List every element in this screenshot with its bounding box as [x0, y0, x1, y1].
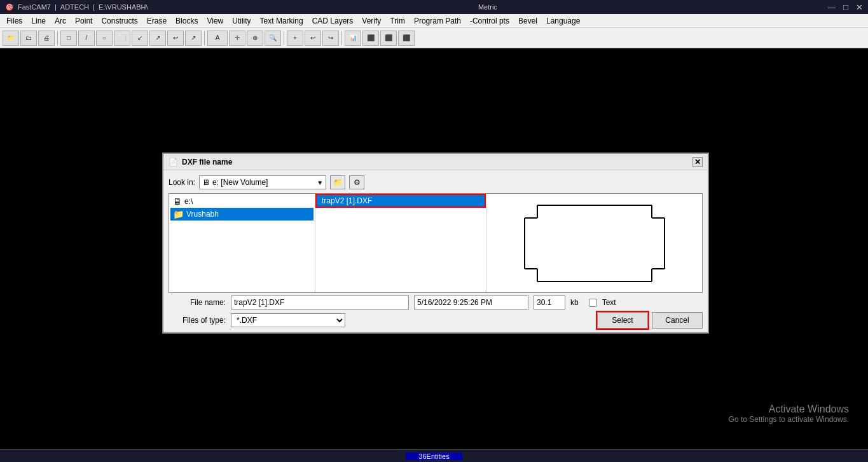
- menu-trim[interactable]: Trim: [386, 15, 409, 27]
- window-title: Metric: [478, 3, 497, 11]
- toolbar-zoom-fit[interactable]: ⊕: [247, 31, 263, 46]
- filetype-label: Files of type:: [169, 316, 226, 325]
- look-in-value: e: [New Volume]: [212, 178, 314, 187]
- text-label: Text: [602, 298, 616, 307]
- menu-control-pts[interactable]: -Control pts: [466, 15, 513, 27]
- dialog-title-icon: 📄: [169, 158, 178, 166]
- menu-line[interactable]: Line: [27, 15, 50, 27]
- file-browser: 🖥 e:\ 📁 Vrushabh trapV2 [1].DXF: [169, 193, 703, 293]
- dxf-file-dialog: 📄 DXF file name ✕ Look in: 🖥 e: [New Vol…: [162, 153, 709, 334]
- folder-icon: 📁: [173, 209, 184, 219]
- app-name: FastCAM7: [18, 3, 51, 11]
- filename-input[interactable]: [231, 296, 409, 309]
- toolbar-print[interactable]: 🖨: [38, 31, 55, 46]
- menu-language[interactable]: Language: [542, 15, 584, 27]
- toolbar-box[interactable]: ⬜: [114, 31, 130, 46]
- status-bar: 36Entities: [0, 449, 868, 462]
- menu-view[interactable]: View: [203, 15, 227, 27]
- filetype-select[interactable]: *.DXF: [231, 313, 345, 327]
- toolbar-zoom[interactable]: 🔍: [265, 31, 281, 46]
- filetype-row: Files of type: *.DXF Select Cancel: [169, 312, 703, 329]
- dialog-content: Look in: 🖥 e: [New Volume] ▼ 📁 ⚙ 🖥 e:\ 📁…: [163, 170, 708, 332]
- menu-constructs[interactable]: Constructs: [97, 15, 141, 27]
- menu-erase[interactable]: Erase: [143, 15, 170, 27]
- button-row: Select Cancel: [350, 312, 703, 329]
- toolbar-tool1[interactable]: ↙: [132, 31, 148, 46]
- title-separator2: |: [93, 3, 95, 11]
- file-path: E:\VRUSHABH\: [99, 3, 148, 11]
- menu-verify[interactable]: Verify: [358, 15, 385, 27]
- title-separator1: |: [55, 3, 57, 11]
- menu-text-marking[interactable]: Text Marking: [256, 15, 307, 27]
- select-button[interactable]: Select: [597, 312, 648, 329]
- toolbar-text[interactable]: A: [207, 31, 228, 46]
- menu-cad-layers[interactable]: CAD Layers: [308, 15, 357, 27]
- toolbar-sep2: [204, 31, 205, 45]
- dialog-title-bar: 📄 DXF file name ✕: [163, 154, 708, 170]
- toolbar-view3[interactable]: ⬛: [398, 31, 415, 46]
- toolbar: 📁 🗂 🖨 □ / ○ ⬜ ↙ ↗ ↩ ↗ A ✛ ⊕ 🔍 + ↩ ↪ 📊 ⬛ …: [0, 28, 868, 48]
- dialog-title-text: DXF file name: [182, 158, 232, 166]
- preview-pane: [486, 194, 702, 292]
- file-name: trapV2 [1].DXF: [322, 196, 372, 205]
- preview-svg: [499, 194, 690, 292]
- size-field[interactable]: [534, 296, 565, 309]
- toolbar-sep3: [284, 31, 284, 45]
- look-in-row: Look in: 🖥 e: [New Volume] ▼ 📁 ⚙: [169, 174, 703, 191]
- toolbar-tool4[interactable]: ↗: [185, 31, 202, 46]
- filename-row: File name: kb Text: [169, 296, 703, 309]
- cancel-button[interactable]: Cancel: [652, 312, 703, 329]
- drive-icon: 🖥: [173, 196, 182, 207]
- app-icon: 🎯: [5, 3, 14, 11]
- menu-program-path[interactable]: Program Path: [410, 15, 465, 27]
- look-in-up-folder-button[interactable]: 📁: [330, 175, 345, 189]
- toolbar-circle[interactable]: ○: [96, 31, 113, 46]
- status-bar-text: 36Entities: [406, 452, 462, 460]
- toolbar-tool3[interactable]: ↩: [167, 31, 184, 46]
- toolbar-sep1: [57, 31, 58, 45]
- text-checkbox[interactable]: [589, 299, 597, 307]
- look-in-select[interactable]: 🖥 e: [New Volume] ▼: [199, 175, 326, 189]
- menu-point[interactable]: Point: [71, 15, 96, 27]
- toolbar-rect[interactable]: □: [60, 31, 77, 46]
- look-in-new-folder-button[interactable]: ⚙: [349, 175, 364, 189]
- title-bar: 🎯 FastCAM7 | ADTECH | E:\VRUSHABH\ Metri…: [0, 0, 868, 14]
- toolbar-redo[interactable]: ↪: [322, 31, 339, 46]
- file-item-trapv2[interactable]: trapV2 [1].DXF: [317, 195, 485, 207]
- title-bar-controls: — □ ✕: [827, 3, 863, 12]
- filename-label: File name:: [169, 298, 226, 307]
- toolbar-new[interactable]: 📁: [3, 31, 19, 46]
- toolbar-open[interactable]: 🗂: [20, 31, 37, 46]
- toolbar-tool2[interactable]: ↗: [149, 31, 166, 46]
- toolbar-undo[interactable]: ↩: [305, 31, 321, 46]
- dir-item-vrushabh[interactable]: 📁 Vrushabh: [170, 208, 313, 221]
- dir-item-label: e:\: [184, 197, 193, 206]
- menu-bevel[interactable]: Bevel: [514, 15, 541, 27]
- title-bar-center: Metric: [148, 3, 828, 11]
- toolbar-view2[interactable]: ⬛: [380, 31, 397, 46]
- dir-item-label: Vrushabh: [186, 210, 219, 219]
- file-pane: trapV2 [1].DXF: [315, 194, 486, 292]
- toolbar-plus[interactable]: +: [287, 31, 303, 46]
- toolbar-crosshair[interactable]: ✛: [229, 31, 245, 46]
- kb-label: kb: [570, 298, 579, 307]
- menu-utility[interactable]: Utility: [228, 15, 254, 27]
- title-bar-left: 🎯 FastCAM7 | ADTECH | E:\VRUSHABH\: [5, 3, 148, 11]
- menu-arc[interactable]: Arc: [51, 15, 70, 27]
- toolbar-line[interactable]: /: [78, 31, 95, 46]
- dir-item-e[interactable]: 🖥 e:\: [170, 195, 313, 208]
- look-in-label: Look in:: [169, 178, 195, 187]
- close-button[interactable]: ✕: [856, 3, 863, 12]
- menu-bar: Files Line Arc Point Constructs Erase Bl…: [0, 14, 868, 28]
- toolbar-view1[interactable]: ⬛: [362, 31, 379, 46]
- toolbar-chart[interactable]: 📊: [345, 31, 361, 46]
- svg-rect-0: [499, 194, 690, 292]
- toolbar-sep4: [341, 31, 342, 45]
- date-field[interactable]: [414, 296, 528, 309]
- menu-files[interactable]: Files: [3, 15, 26, 27]
- dialog-close-button[interactable]: ✕: [692, 157, 703, 167]
- maximize-button[interactable]: □: [843, 3, 848, 12]
- minimize-button[interactable]: —: [827, 3, 836, 12]
- menu-blocks[interactable]: Blocks: [172, 15, 202, 27]
- dialog-title-left: 📄 DXF file name: [169, 158, 232, 166]
